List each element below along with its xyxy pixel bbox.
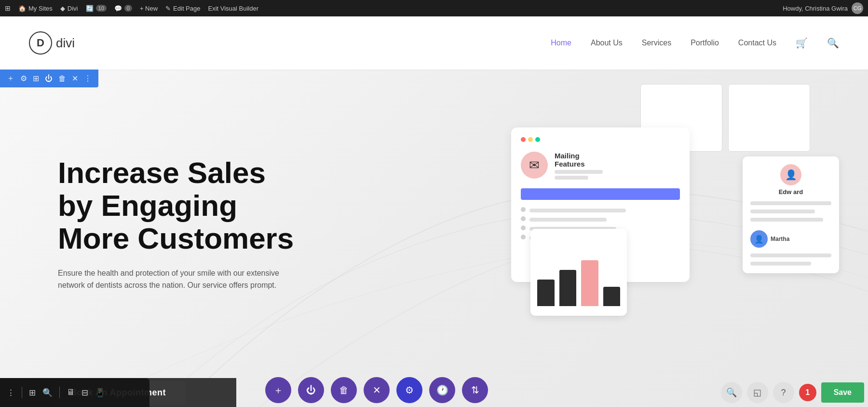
wp-icon: ⊞ [5,4,11,12]
action-close-button[interactable]: ✕ [364,377,390,403]
action-add-button[interactable]: ＋ [265,377,291,403]
toolbar-desktop-view[interactable]: 🖥 [67,388,75,397]
nav-home[interactable]: Home [551,39,571,47]
action-sort-button[interactable]: ⇅ [462,377,488,403]
toolbar-grid-view[interactable]: ⊞ [29,388,36,398]
toolbar-divider-2 [59,387,60,398]
section-toolbar: ＋ ⚙ ⊞ ⏻ 🗑 ✕ ⋮ [0,70,98,87]
builder-bottom-toolbar: ⋮ ⊞ 🔍 🖥 ⊟ 📱 [0,378,149,407]
toolbar-mobile-view[interactable]: 📱 [95,388,105,398]
new-content-menu[interactable]: + New [140,5,158,12]
card-line-2 [555,176,588,180]
site-logo[interactable]: D divi [29,31,75,55]
hero-section: Increase Sales by Engaging More Customer… [0,70,868,407]
chart-bars [537,261,620,309]
bar-4 [603,287,621,306]
mail-icon: ✉ [529,158,540,173]
user-avatar[interactable]: CG [852,2,863,14]
profile-lines [750,199,831,222]
logo-text: divi [56,36,75,51]
admin-bar-right: Howdy, Christina Gwira CG [783,2,863,14]
search-icon[interactable]: 🔍 [827,37,839,49]
site-container: D divi Home About Us Services Portfolio … [0,16,868,407]
site-header: D divi Home About Us Services Portfolio … [0,16,868,70]
toolbar-tablet-view[interactable]: ⊟ [81,388,88,398]
edward-avatar: 👤 [780,164,801,185]
my-sites-menu[interactable]: 🏠 My Sites [18,5,53,12]
comments-menu[interactable]: 💬 0 [114,5,132,12]
comments-icon: 💬 [114,5,122,12]
card-line-row-1 [521,207,680,212]
section-delete-button[interactable]: 🗑 [56,73,68,84]
updates-icon: 🔄 [86,5,94,12]
dot-red [521,137,526,142]
updates-menu[interactable]: 🔄 10 [86,5,107,12]
card-line-row-2 [521,216,680,222]
section-power-button[interactable]: ⏻ [43,73,54,84]
toolbar-dots-menu[interactable]: ⋮ [7,388,15,398]
illustration-area: ✉ Mailing Features [511,79,839,316]
hero-title: Increase Sales by Engaging More Customer… [58,156,294,255]
hero-content: Increase Sales by Engaging More Customer… [58,156,294,292]
section-close-button[interactable]: ✕ [70,73,80,84]
hero-subtitle: Ensure the health and protection of your… [58,267,289,292]
action-delete-button[interactable]: 🗑 [331,377,357,403]
card-header: ✉ Mailing Features [521,152,680,180]
wp-logo[interactable]: ⊞ [5,4,11,12]
profile-edward: 👤 Edw ard [750,164,831,196]
edit-page-button[interactable]: ✎ Edit Page [165,5,200,12]
site-nav: Home About Us Services Portfolio Contact… [551,37,839,49]
martha-name: Martha [771,236,789,242]
toolbar-divider [22,387,22,398]
dot-green [535,137,540,142]
martha-lines [750,252,831,266]
divi-icon: ◆ [60,5,65,12]
notification-badge: 1 [799,384,816,401]
purple-actions-row: ＋ ⏻ 🗑 ✕ ⚙ 🕐 ⇅ [265,377,488,403]
section-layout-button[interactable]: ⊞ [31,73,41,84]
blue-bar [521,188,680,200]
save-area: 🔍 ◱ ? 1 Save [721,382,868,403]
edward-name: Edw ard [779,188,803,196]
action-clock-button[interactable]: 🕐 [429,377,455,403]
chart-card [530,229,627,316]
divi-menu[interactable]: ◆ Divi [60,5,78,12]
admin-bar: ⊞ 🏠 My Sites ◆ Divi 🔄 10 💬 0 + New ✎ Edi… [0,0,868,16]
bar-2 [559,270,577,306]
card-title-group: Mailing Features [555,152,603,180]
nav-portfolio[interactable]: Portfolio [691,39,719,47]
section-settings-button[interactable]: ⚙ [18,73,29,84]
action-settings-button[interactable]: ⚙ [396,377,422,403]
window-dots [521,137,680,142]
martha-avatar: 👤 [750,230,768,248]
my-sites-icon: 🏠 [18,5,26,12]
action-power-button[interactable]: ⏻ [298,377,324,403]
bar-1 [537,280,555,306]
nav-contact[interactable]: Contact Us [738,39,776,47]
logo-circle: D [29,31,52,55]
layers-tool-button[interactable]: ◱ [747,382,768,403]
section-add-button[interactable]: ＋ [5,72,16,84]
edit-icon: ✎ [165,5,171,12]
section-more-button[interactable]: ⋮ [82,73,94,84]
toolbar-search-toggle[interactable]: 🔍 [42,388,53,398]
nav-services[interactable]: Services [642,39,671,47]
cart-icon[interactable]: 🛒 [796,37,808,49]
search-tool-button[interactable]: 🔍 [721,382,742,403]
mailing-avatar: ✉ [521,152,548,179]
profile-card: 👤 Edw ard 👤 Martha [743,156,839,273]
save-button[interactable]: Save [821,382,864,403]
exit-builder-button[interactable]: Exit Visual Builder [208,5,258,12]
bar-3 [581,260,598,306]
card-line-1 [555,170,603,174]
dot-yellow [528,137,533,142]
card-subtitle: Features [555,160,603,168]
martha-row: 👤 Martha [750,230,831,248]
help-tool-button[interactable]: ? [773,382,794,403]
nav-about[interactable]: About Us [591,39,623,47]
card-title: Mailing [555,152,603,160]
